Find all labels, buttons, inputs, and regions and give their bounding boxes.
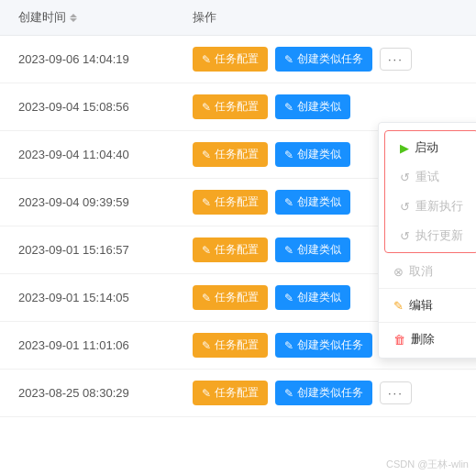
row-time: 2023-09-01 15:14:05 bbox=[0, 291, 183, 304]
dropdown-edit[interactable]: ✎ 编辑 bbox=[379, 291, 476, 320]
config-icon: ✎ bbox=[202, 149, 211, 161]
config-icon: ✎ bbox=[202, 196, 211, 209]
config-icon: ✎ bbox=[202, 387, 211, 400]
row-actions: ✎ 任务配置 ✎ 创建类似任务 ··· bbox=[183, 381, 476, 405]
create-similar-button[interactable]: ✎ 创建类似 bbox=[275, 285, 350, 310]
config-icon: ✎ bbox=[202, 339, 211, 352]
dropdown-menu: ▶ 启动 ↺ 重试 ↺ 重新执行 ↺ 执行更新 bbox=[378, 122, 476, 359]
dropdown-cancel[interactable]: ⊗ 取消 bbox=[379, 257, 476, 286]
config-button[interactable]: ✎ 任务配置 bbox=[193, 381, 268, 405]
table-container: 创建时间 操作 2023-09-06 14:04:19 ✎ 任务配置 ✎ bbox=[0, 0, 476, 475]
col-time-header: 创建时间 bbox=[0, 9, 183, 26]
config-button[interactable]: ✎ 任务配置 bbox=[193, 190, 268, 215]
create-similar-button[interactable]: ✎ 创建类似任务 bbox=[275, 47, 372, 72]
config-button[interactable]: ✎ 任务配置 bbox=[193, 238, 268, 262]
table-header: 创建时间 操作 bbox=[0, 0, 476, 36]
re-execute-icon: ↺ bbox=[400, 200, 410, 214]
dropdown-active-section: ▶ 启动 ↺ 重试 ↺ 重新执行 ↺ 执行更新 bbox=[384, 130, 476, 253]
edit-icon: ✎ bbox=[393, 299, 404, 313]
more-button[interactable]: ··· bbox=[380, 48, 412, 71]
config-icon: ✎ bbox=[202, 244, 211, 257]
dropdown-divider-2 bbox=[379, 322, 476, 323]
table-row: 2023-09-04 15:08:56 ✎ 任务配置 ✎ 创建类似 ▶ 启动 bbox=[0, 83, 476, 131]
config-button[interactable]: ✎ 任务配置 bbox=[193, 142, 268, 167]
delete-icon: 🗑 bbox=[393, 333, 405, 347]
dropdown-delete[interactable]: 🗑 删除 bbox=[379, 325, 476, 354]
row-actions: ✎ 任务配置 ✎ 创建类似 ▶ 启动 ↺ 重试 bbox=[183, 94, 476, 119]
create-similar-button[interactable]: ✎ 创建类似任务 bbox=[275, 381, 372, 405]
action-header-label: 操作 bbox=[193, 9, 216, 26]
config-button[interactable]: ✎ 任务配置 bbox=[193, 94, 268, 119]
create-icon: ✎ bbox=[284, 196, 293, 209]
create-icon: ✎ bbox=[284, 149, 293, 161]
row-actions: ✎ 任务配置 ✎ 创建类似任务 ··· bbox=[183, 47, 476, 72]
create-icon: ✎ bbox=[284, 53, 293, 66]
dropdown-divider bbox=[379, 288, 476, 289]
create-icon: ✎ bbox=[284, 101, 293, 114]
row-time: 2023-08-25 08:30:29 bbox=[0, 386, 183, 400]
more-button[interactable]: ··· bbox=[380, 381, 412, 404]
create-icon: ✎ bbox=[284, 244, 293, 257]
create-similar-button[interactable]: ✎ 创建类似 bbox=[275, 142, 350, 167]
dropdown-exec-update[interactable]: ↺ 执行更新 bbox=[385, 221, 476, 250]
config-icon: ✎ bbox=[202, 292, 211, 304]
col-action-header: 操作 bbox=[183, 9, 476, 26]
dropdown-start[interactable]: ▶ 启动 bbox=[385, 133, 476, 162]
row-time: 2023-09-04 09:39:59 bbox=[0, 195, 183, 209]
config-icon: ✎ bbox=[202, 101, 211, 114]
time-header-label: 创建时间 bbox=[18, 9, 66, 26]
create-similar-button[interactable]: ✎ 创建类似任务 bbox=[275, 333, 372, 358]
dropdown-retry[interactable]: ↺ 重试 bbox=[385, 162, 476, 192]
config-button[interactable]: ✎ 任务配置 bbox=[193, 285, 268, 310]
create-similar-button[interactable]: ✎ 创建类似 bbox=[275, 238, 350, 262]
table-row: 2023-09-06 14:04:19 ✎ 任务配置 ✎ 创建类似任务 ··· bbox=[0, 36, 476, 83]
row-time: 2023-09-06 14:04:19 bbox=[0, 52, 183, 66]
retry-icon: ↺ bbox=[400, 171, 410, 184]
play-icon: ▶ bbox=[400, 141, 409, 155]
dropdown-re-execute[interactable]: ↺ 重新执行 bbox=[385, 192, 476, 221]
config-button[interactable]: ✎ 任务配置 bbox=[193, 333, 268, 358]
create-similar-button[interactable]: ✎ 创建类似 bbox=[275, 190, 350, 215]
row-time: 2023-09-01 11:01:06 bbox=[0, 338, 183, 352]
row-time: 2023-09-04 15:08:56 bbox=[0, 100, 183, 114]
sort-icon[interactable] bbox=[70, 14, 77, 22]
exec-update-icon: ↺ bbox=[400, 229, 410, 243]
create-icon: ✎ bbox=[284, 387, 293, 400]
create-icon: ✎ bbox=[284, 339, 293, 352]
row-time: 2023-09-04 11:04:40 bbox=[0, 148, 183, 161]
table-row: 2023-08-25 08:30:29 ✎ 任务配置 ✎ 创建类似任务 ··· bbox=[0, 370, 476, 417]
cancel-icon: ⊗ bbox=[393, 265, 404, 279]
create-similar-button[interactable]: ✎ 创建类似 bbox=[275, 94, 350, 119]
create-icon: ✎ bbox=[284, 292, 293, 304]
row-time: 2023-09-01 15:16:57 bbox=[0, 243, 183, 257]
watermark: CSDN @王林-wlin bbox=[386, 458, 469, 471]
config-button[interactable]: ✎ 任务配置 bbox=[193, 47, 268, 72]
config-icon: ✎ bbox=[202, 53, 211, 66]
